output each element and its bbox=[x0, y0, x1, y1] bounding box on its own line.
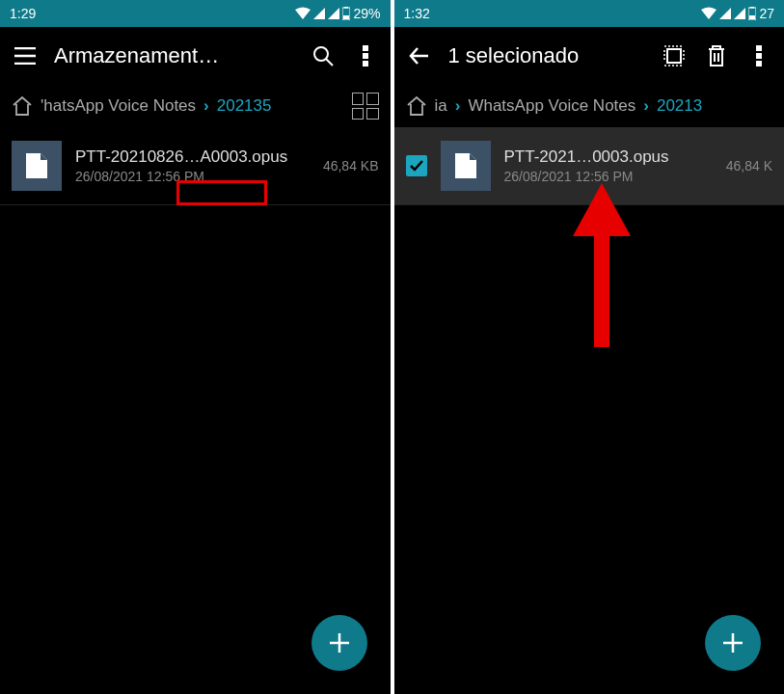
hamburger-icon bbox=[14, 47, 36, 65]
file-icon bbox=[441, 141, 491, 191]
status-bar: 1:32 27 bbox=[394, 0, 785, 27]
svg-rect-12 bbox=[756, 45, 762, 51]
svg-rect-5 bbox=[363, 45, 368, 51]
plus-icon bbox=[720, 630, 745, 655]
svg-rect-2 bbox=[343, 15, 349, 19]
document-icon bbox=[24, 151, 49, 180]
back-button[interactable] bbox=[406, 42, 433, 69]
breadcrumb[interactable]: ia › WhatsApp Voice Notes › 20213 bbox=[394, 85, 785, 127]
app-bar: Armazenament… bbox=[0, 27, 391, 85]
overflow-button[interactable] bbox=[745, 42, 772, 69]
home-icon[interactable] bbox=[406, 96, 427, 116]
selection-count: 1 selecionado bbox=[448, 43, 646, 68]
menu-button[interactable] bbox=[12, 42, 39, 69]
battery-percent: 27 bbox=[759, 6, 774, 21]
fab-add[interactable] bbox=[705, 615, 761, 671]
file-date: 26/08/2021 bbox=[75, 169, 143, 184]
checkbox-checked[interactable] bbox=[406, 155, 427, 176]
svg-rect-10 bbox=[749, 15, 755, 19]
breadcrumb-current[interactable]: 202135 bbox=[217, 96, 272, 116]
wifi-icon bbox=[701, 7, 716, 20]
file-size: 46,84 K bbox=[726, 158, 772, 174]
svg-line-4 bbox=[326, 59, 333, 66]
file-info: PTT-20210826…A0003.opus 26/08/2021 12:56… bbox=[75, 147, 310, 184]
breadcrumb-seg[interactable]: WhatsApp Voice Notes bbox=[468, 96, 635, 116]
overflow-button[interactable] bbox=[352, 42, 379, 69]
document-icon bbox=[453, 151, 478, 180]
breadcrumb-seg[interactable]: 'hatsApp Voice Notes bbox=[41, 96, 196, 116]
svg-rect-9 bbox=[750, 7, 754, 9]
chevron-icon: › bbox=[455, 96, 461, 116]
select-all-icon bbox=[663, 45, 685, 67]
svg-point-3 bbox=[314, 47, 328, 61]
file-name: PTT-2021…0003.opus bbox=[504, 147, 713, 167]
status-icons: 29% bbox=[295, 6, 380, 21]
file-date: 26/08/2021 bbox=[504, 169, 572, 184]
breadcrumb-seg[interactable]: ia bbox=[435, 96, 447, 116]
file-icon bbox=[12, 141, 62, 191]
file-size: 46,84 KB bbox=[323, 158, 379, 174]
phone-left: 1:29 29% Armazenament… 'hatsApp Voice No… bbox=[0, 0, 391, 694]
file-time: 12:56 PM bbox=[147, 169, 204, 184]
more-icon bbox=[363, 45, 368, 67]
file-info: PTT-2021…0003.opus 26/08/2021 12:56 PM bbox=[504, 147, 713, 184]
chevron-icon: › bbox=[643, 96, 649, 116]
annotation-arrow bbox=[568, 183, 635, 347]
view-grid-button[interactable] bbox=[352, 93, 379, 120]
wifi-icon bbox=[295, 7, 311, 20]
fab-add[interactable] bbox=[311, 615, 367, 671]
more-icon bbox=[756, 45, 762, 67]
search-icon bbox=[311, 44, 335, 67]
svg-rect-13 bbox=[756, 53, 762, 59]
file-row-selected[interactable]: PTT-2021…0003.opus 26/08/2021 12:56 PM 4… bbox=[394, 127, 785, 205]
file-meta: 26/08/2021 12:56 PM bbox=[75, 169, 310, 184]
home-icon[interactable] bbox=[12, 96, 33, 116]
file-time: 12:56 PM bbox=[576, 169, 634, 184]
svg-rect-14 bbox=[756, 61, 762, 67]
status-time: 1:29 bbox=[10, 6, 36, 21]
search-button[interactable] bbox=[310, 42, 337, 69]
chevron-icon: › bbox=[203, 96, 209, 116]
file-meta: 26/08/2021 12:56 PM bbox=[504, 169, 713, 184]
phone-right: 1:32 27 1 selecionado ia › WhatsApp Voic… bbox=[394, 0, 785, 694]
signal-icon bbox=[313, 8, 325, 19]
check-icon bbox=[409, 159, 424, 173]
battery-icon bbox=[748, 7, 756, 20]
breadcrumb[interactable]: 'hatsApp Voice Notes › 202135 bbox=[0, 85, 391, 127]
battery-icon bbox=[342, 7, 350, 20]
svg-rect-6 bbox=[363, 53, 368, 59]
svg-rect-7 bbox=[363, 61, 368, 67]
battery-percent: 29% bbox=[353, 6, 380, 21]
trash-icon bbox=[707, 44, 726, 67]
arrow-left-icon bbox=[409, 46, 430, 66]
breadcrumb-current[interactable]: 20213 bbox=[657, 96, 702, 116]
svg-rect-1 bbox=[344, 7, 348, 9]
status-bar: 1:29 29% bbox=[0, 0, 391, 27]
signal-icon-2 bbox=[328, 8, 339, 19]
status-time: 1:32 bbox=[404, 6, 430, 21]
svg-rect-11 bbox=[667, 49, 681, 63]
select-all-button[interactable] bbox=[661, 42, 688, 69]
plus-icon bbox=[327, 630, 352, 655]
signal-icon bbox=[719, 8, 731, 19]
delete-button[interactable] bbox=[703, 42, 730, 69]
status-icons: 27 bbox=[701, 6, 774, 21]
file-row[interactable]: PTT-20210826…A0003.opus 26/08/2021 12:56… bbox=[0, 127, 391, 205]
page-title: Armazenament… bbox=[54, 43, 294, 68]
signal-icon-2 bbox=[734, 8, 745, 19]
file-name: PTT-20210826…A0003.opus bbox=[75, 147, 310, 167]
app-bar-selection: 1 selecionado bbox=[394, 27, 785, 85]
